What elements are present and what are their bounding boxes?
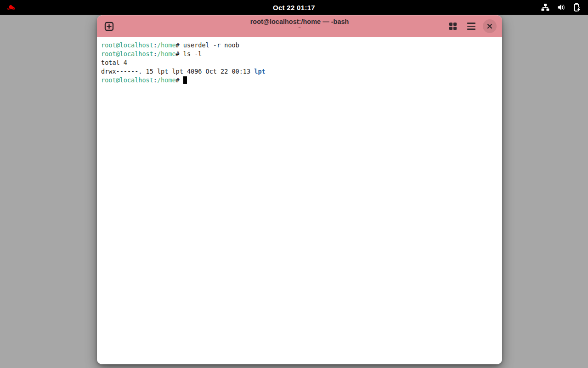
window-titlebar[interactable]: root@localhost:/home — -bash ~ — [97, 15, 502, 37]
close-icon — [486, 23, 493, 29]
menu-button[interactable] — [464, 19, 478, 33]
terminal-line: total 4 — [101, 58, 498, 67]
titlebar-controls — [446, 15, 497, 37]
activities-corner[interactable] — [6, 0, 17, 15]
terminal-output[interactable]: root@localhost:/home# userdel -r noobroo… — [97, 37, 502, 364]
terminal-line: root@localhost:/home# ls -l — [101, 50, 498, 58]
redhat-logo-icon — [6, 2, 17, 13]
terminal-line: drwx------. 15 lpt lpt 4096 Oct 22 00:13… — [101, 67, 498, 76]
grid-icon — [449, 23, 457, 30]
new-tab-button[interactable] — [103, 20, 115, 32]
window-subtitle: ~ — [250, 26, 349, 30]
network-wired-icon — [540, 2, 550, 13]
top-bar: Oct 22 01:17 — [0, 0, 588, 15]
system-status-area[interactable] — [540, 0, 582, 15]
terminal-line: root@localhost:/home# — [101, 76, 498, 85]
terminal-window: root@localhost:/home — -bash ~ root@loca… — [97, 15, 502, 364]
hamburger-icon — [467, 23, 475, 30]
plus-icon — [104, 22, 114, 31]
terminal-line: root@localhost:/home# userdel -r noob — [101, 41, 498, 50]
close-button[interactable] — [483, 19, 497, 33]
clock[interactable]: Oct 22 01:17 — [273, 0, 315, 15]
window-title: root@localhost:/home — -bash — [250, 17, 349, 26]
tab-overview-button[interactable] — [446, 19, 460, 33]
terminal-cursor — [183, 76, 187, 84]
window-title-area: root@localhost:/home — -bash ~ — [250, 17, 349, 30]
volume-icon — [556, 2, 566, 13]
battery-charging-icon — [572, 2, 582, 13]
